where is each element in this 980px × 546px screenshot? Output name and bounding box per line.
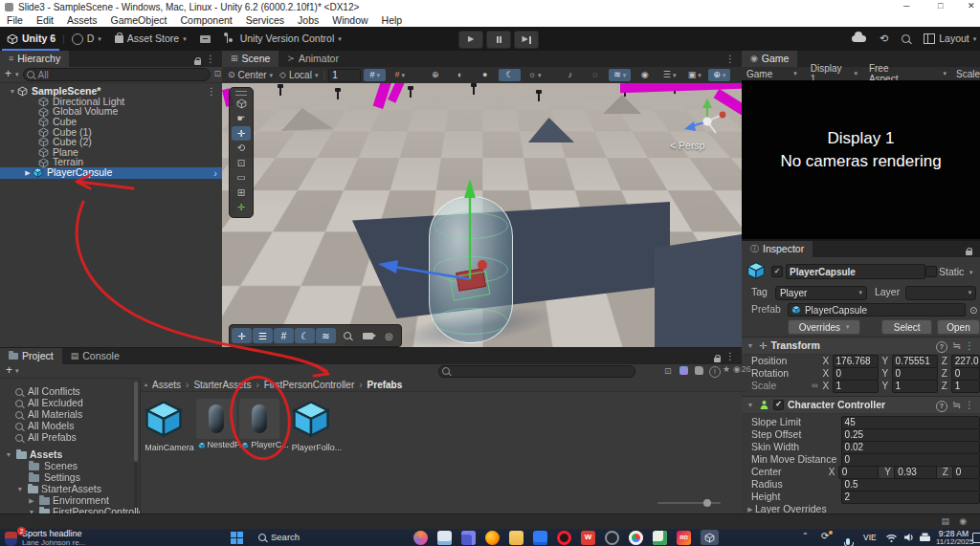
scene-viewport[interactable]: < Persp ☛ ✛ ⟲ ⊡ ▭ ⊞ ✛ ✛ ☰ # ☾ ≋ ◎ <box>222 83 742 347</box>
search-by-type-icon[interactable]: ⊡ <box>664 367 672 377</box>
add-object-button[interactable]: + <box>5 68 11 80</box>
transform-header[interactable]: ▼ ✛ Transform ? ≒ ⋮ <box>742 337 980 355</box>
tree-starterassets[interactable]: ▼StarterAssets <box>15 484 101 495</box>
people-app-icon[interactable] <box>413 531 428 545</box>
camera-overlay-icon[interactable] <box>358 328 378 343</box>
notification-center-icon[interactable] <box>972 533 980 543</box>
ms-store-icon[interactable] <box>533 531 547 545</box>
overrides-button[interactable]: Overrides▾ <box>788 319 860 335</box>
layers-dropdown[interactable]: ☰▾ <box>658 69 680 81</box>
tray-chevron-icon[interactable]: ⌃ <box>802 533 809 541</box>
active-checkbox[interactable]: ✓ <box>771 266 783 277</box>
status-activity-icon[interactable]: ◉ <box>959 517 967 527</box>
menu-gameobject[interactable]: GameObject <box>104 14 174 27</box>
select-button[interactable]: Select <box>881 319 932 335</box>
hierarchy-menu-icon[interactable]: ⋮ <box>206 54 215 64</box>
taskbar-search[interactable]: Search <box>251 531 400 544</box>
grid-snapping-toggle[interactable]: #▾ <box>364 69 386 81</box>
height-field[interactable]: 2 <box>841 491 980 504</box>
language-indicator[interactable]: VIE <box>863 534 877 542</box>
move-tool[interactable]: ✛ <box>232 126 251 141</box>
step-button[interactable]: ▶ <box>514 31 539 49</box>
folder-icon[interactable] <box>509 531 523 545</box>
component-menu-icon[interactable]: ⋮ <box>965 400 974 410</box>
start-button[interactable] <box>231 532 243 544</box>
foldout-collapsed-icon[interactable]: ▶ <box>23 169 33 177</box>
scale-x-field[interactable]: 1 <box>833 380 879 393</box>
tab-inspector[interactable]: ⓘ Inspector <box>742 241 813 257</box>
lighting-overlay-icon[interactable]: ☾ <box>295 328 315 343</box>
center-y-field[interactable]: 0.93 <box>894 466 937 479</box>
undo-history-icon[interactable]: ⟲ <box>880 33 888 44</box>
gizmos-dropdown[interactable]: ⊕▾ <box>708 69 730 81</box>
tab-hierarchy[interactable]: ≡ Hierarchy <box>0 51 69 67</box>
layer-dropdown[interactable]: ▾ <box>905 286 976 300</box>
search-overlay-icon[interactable] <box>337 328 357 343</box>
asset-playercapsule[interactable]: PlayerC... <box>239 399 291 450</box>
firefox-icon[interactable] <box>485 531 500 545</box>
minimize-button[interactable]: ─ <box>903 2 909 11</box>
layout-dropdown[interactable]: Layout ▾ <box>924 33 976 45</box>
static-dropdown-icon[interactable]: ▾ <box>969 269 973 276</box>
tree-environment[interactable]: ▶Environment <box>27 495 109 507</box>
open-prefab-chevron-icon[interactable]: › <box>213 167 217 179</box>
center-z-field[interactable]: 0 <box>952 466 980 479</box>
tag-dropdown[interactable]: Player▾ <box>775 286 867 300</box>
tab-project[interactable]: Project <box>0 348 62 364</box>
asset-playerfollow[interactable]: PlayerFollo... <box>291 399 343 452</box>
view-tool[interactable] <box>232 97 251 111</box>
center-x-field[interactable]: 0 <box>838 466 880 479</box>
sliders-overlay-icon[interactable]: ☰ <box>253 328 273 343</box>
scale-link-icon[interactable]: ∞ <box>812 382 822 391</box>
lock-icon[interactable] <box>194 56 201 68</box>
tray-clock[interactable]: 9:28 AM 11/12/2025 <box>936 530 969 546</box>
alert-icon[interactable]: ! <box>709 366 721 378</box>
grid-overlay-icon[interactable]: # <box>274 328 294 343</box>
open-button[interactable]: Open <box>937 319 980 335</box>
camera-settings-dropdown[interactable]: ▣▾ <box>683 69 705 81</box>
menu-file[interactable]: File <box>0 14 30 27</box>
menu-assets[interactable]: Assets <box>60 14 104 27</box>
opera-icon[interactable] <box>557 531 571 545</box>
menu-component[interactable]: Component <box>173 14 238 27</box>
package-icon[interactable] <box>679 366 688 375</box>
fx-overlay-icon[interactable]: ≋ <box>316 328 336 343</box>
obs-icon[interactable] <box>605 531 619 545</box>
notes-app-icon[interactable] <box>653 531 667 545</box>
favorite-all-models[interactable]: All Models <box>15 421 74 432</box>
step-offset-field[interactable]: 0.25 <box>841 428 980 442</box>
grid-visibility-dropdown[interactable]: #▾ <box>389 69 411 81</box>
min-move-field[interactable]: 0 <box>841 453 980 467</box>
lock-icon[interactable] <box>966 247 972 258</box>
foldout-expanded-icon[interactable]: ▼ <box>8 88 17 96</box>
file-explorer-icon[interactable] <box>437 531 452 545</box>
label-icon[interactable] <box>695 366 703 375</box>
crumb-assets[interactable]: Assets <box>152 380 181 390</box>
crumb-firstpersoncontroller[interactable]: FirstPersonController <box>264 380 354 390</box>
printer-icon[interactable] <box>919 533 931 542</box>
hierarchy-item-cube-2[interactable]: Cube (2) <box>0 137 222 147</box>
favorite-all-materials[interactable]: All Materials <box>15 409 82 421</box>
chrome-icon[interactable] <box>629 531 643 545</box>
project-search-input[interactable] <box>438 365 635 378</box>
unity-hub-button[interactable]: Unity 6 <box>0 27 62 51</box>
pivot-mode-dropdown[interactable]: ⊙Center▾ <box>226 69 275 81</box>
2d-view-toggle[interactable]: ● <box>474 69 496 81</box>
presets-icon[interactable]: ≒ <box>952 400 961 411</box>
static-checkbox[interactable] <box>925 266 937 277</box>
game-viewport[interactable]: Display 1 No cameras rendering <box>742 80 980 239</box>
teams-icon[interactable] <box>461 531 476 545</box>
position-z-field[interactable]: 227.091 <box>951 355 980 368</box>
crumb-starterassets[interactable]: StarterAssets <box>193 380 251 390</box>
rider-icon[interactable]: RD <box>677 531 691 545</box>
chevron-down-icon[interactable]: ▾ <box>15 367 19 375</box>
rotation-x-field[interactable]: 0 <box>833 367 879 381</box>
component-menu-icon[interactable]: ⋮ <box>965 340 974 351</box>
custom-tool[interactable]: ✛ <box>232 201 251 215</box>
lock-icon[interactable] <box>714 354 721 365</box>
tab-animator[interactable]: ≻ Animator <box>278 51 347 67</box>
position-x-field[interactable]: 176.768 <box>833 355 879 368</box>
widgets-button[interactable]: 2 Sports headline Lane Johnson re... <box>5 530 137 546</box>
scale-tool[interactable]: ⊡ <box>232 156 251 170</box>
hierarchy-item-plane[interactable]: Plane <box>0 147 222 158</box>
